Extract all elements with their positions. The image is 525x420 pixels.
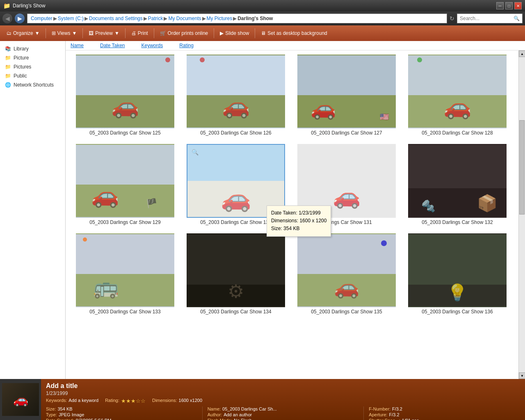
date-created-label: Date Created: <box>46 418 74 420</box>
thumbnail-grid: 🚗 05_2003 Darlings Car Show 125 🚗 05_200… <box>66 50 518 379</box>
tooltip-size-value: 354 KB <box>283 226 299 231</box>
order-prints-button[interactable]: 🛒 Order prints online <box>157 29 212 38</box>
size-field: Size: 354 KB <box>46 406 197 411</box>
list-item[interactable]: 🚗 🏴 05_2003 Darlings Car Show 129 <box>74 144 176 225</box>
desktop-bg-button[interactable]: 🖥 Set as desktop background <box>258 29 330 38</box>
list-item[interactable]: 🚌 05_2003 Darlings Car Show 133 <box>74 233 176 315</box>
thumb-label-127: 05_2003 Darlings Car Show 127 <box>311 130 382 136</box>
col-header-keywords[interactable]: Keywords <box>142 43 163 48</box>
tooltip-dims-value: 1600 x 1200 <box>299 218 326 224</box>
author-label: Author: <box>208 412 222 417</box>
close-button[interactable]: ✕ <box>514 2 522 9</box>
print-icon: 🖨 <box>131 30 136 36</box>
path-segment-patrick: Patrick <box>148 16 163 21</box>
tooltip-size-label: Size: <box>271 226 282 231</box>
sidebar-library-label: Library <box>14 46 29 52</box>
sidebar-item-pictures[interactable]: 📁 Pictures <box>2 62 64 71</box>
maximize-button[interactable]: □ <box>505 2 513 9</box>
sidebar-item-library[interactable]: 📚 Library <box>2 44 64 53</box>
picture-folder-icon: 📁 <box>5 55 11 61</box>
flash-label: Flash Mode: <box>208 418 233 420</box>
views-button[interactable]: ⊞ Views ▼ <box>48 29 80 38</box>
slideshow-button[interactable]: ▶ Slide show <box>217 29 252 38</box>
slideshow-label: Slide show <box>225 30 249 36</box>
search-icon: 🔍 <box>514 16 520 21</box>
desktop-bg-label: Set as desktop background <box>267 30 327 36</box>
info-details: Add a title 1/23/1999 Keywords: Add a ke… <box>41 379 525 420</box>
order-prints-label: Order prints online <box>168 30 208 36</box>
list-item[interactable]: 🚗 05_2003 Darlings Car Show 135 <box>295 233 398 315</box>
sidebar-item-network[interactable]: 🌐 Network Shortcuts <box>2 80 64 89</box>
column-headers: Name Date Taken Keywords Rating <box>66 41 525 50</box>
path-segment-mydocs: My Documents <box>168 16 201 21</box>
address-path[interactable]: Computer ▶ System (C:) ▶ Documents and S… <box>27 14 447 23</box>
scroll-down-button[interactable]: ▼ <box>519 372 525 379</box>
list-item[interactable]: 🚗 🇺🇸 05_2003 Darlings Car Show 127 <box>295 55 398 136</box>
sidebar-item-public[interactable]: 📁 Public <box>2 71 64 80</box>
rating-label: Rating: <box>105 398 119 404</box>
thumb-label-130: 05_2003 Darlings Car Show 130 <box>200 219 271 225</box>
preview-label: Preview <box>95 30 113 36</box>
path-sep-5: ▶ <box>202 16 206 21</box>
list-item[interactable]: 🚗 05_2003 Darlings Car Show 125 <box>74 55 176 136</box>
info-dimensions-field: Dimensions: 1600 x1200 <box>152 398 202 404</box>
col-header-rating[interactable]: Rating <box>179 43 194 48</box>
thumb-label-126: 05_2003 Darlings Car Show 126 <box>200 130 271 136</box>
public-folder-icon: 📁 <box>5 73 11 79</box>
list-item[interactable]: 🚗 05_2003 Darlings Car Show 128 <box>406 55 509 136</box>
info-title[interactable]: Add a title <box>46 382 520 390</box>
col-header-name[interactable]: Name <box>71 43 84 48</box>
scrollbar-thumb-area[interactable] <box>519 57 525 372</box>
print-button[interactable]: 🖨 Print <box>128 29 151 38</box>
rating-stars[interactable]: ★★★☆☆ <box>121 398 146 404</box>
info-rating-field: Rating: ★★★☆☆ <box>105 398 146 404</box>
list-item[interactable]: 📦 🔩 05_2003 Darlings Car Show 132 <box>406 144 509 225</box>
col-header-date[interactable]: Date Taken <box>100 43 125 48</box>
dimensions-value: 1600 x1200 <box>179 398 203 404</box>
title-bar-left: 📁 Darling's Show <box>3 2 46 9</box>
path-segment-computer: Computer <box>31 16 52 21</box>
search-box[interactable]: 🔍 <box>457 14 523 23</box>
path-sep-4: ▶ <box>164 16 167 21</box>
list-item[interactable]: ⚙ 05_2003 Darlings Car Show 134 <box>185 233 287 315</box>
author-value[interactable]: Add an author <box>224 412 252 417</box>
search-input[interactable] <box>460 16 514 21</box>
views-label: Views <box>57 30 71 36</box>
refresh-button[interactable]: ↻ <box>450 15 454 22</box>
slideshow-icon: ▶ <box>220 30 224 36</box>
shutter-field: Shutter Spee...: 1/91 sec. <box>369 418 520 420</box>
main-content: 📚 Library 📁 Picture 📁 Pictures 📁 Public … <box>0 41 525 379</box>
name-value: 05_2003 Darlings Car Sh... <box>222 406 277 411</box>
scrollbar-thumb[interactable] <box>519 120 525 215</box>
order-prints-icon: 🛒 <box>160 30 166 36</box>
sidebar-public-label: Public <box>14 73 27 79</box>
date-created-field: Date Created: 8/7/2005 5:56 PM <box>46 418 197 420</box>
sidebar-pictures-label: Pictures <box>14 64 31 70</box>
separator-5 <box>214 28 214 38</box>
sidebar-item-picture[interactable]: 📁 Picture <box>2 53 64 62</box>
folder-icon-small: 📁 <box>3 2 10 9</box>
back-button[interactable]: ◀ <box>2 14 12 23</box>
scrollbar-track: ▲ ▼ <box>518 50 525 379</box>
sidebar: 📚 Library 📁 Picture 📁 Pictures 📁 Public … <box>0 41 66 379</box>
info-thumbnail: 🚗 <box>0 379 41 420</box>
keywords-value[interactable]: Add a keyword <box>68 398 98 404</box>
library-icon: 📚 <box>5 46 11 52</box>
list-item[interactable]: 🚗 🔍 05_2003 Darlings Car Show 130 Date T… <box>185 144 287 225</box>
preview-button[interactable]: 🖼 Preview ▼ <box>85 29 123 38</box>
tooltip: Date Taken: 1/23/1999 Dimensions: 1600 x… <box>267 205 331 237</box>
minimize-button[interactable]: ─ <box>496 2 504 9</box>
path-sep-1: ▶ <box>53 16 57 21</box>
organize-button[interactable]: 🗂 Organize ▼ <box>3 29 43 38</box>
list-item[interactable]: 💡 05_2003 Darlings Car Show 136 <box>406 233 509 315</box>
aperture-value: F/3.2 <box>389 412 399 417</box>
scroll-up-button[interactable]: ▲ <box>519 50 525 57</box>
info-date: 1/23/1999 <box>46 390 520 396</box>
print-label: Print <box>138 30 148 36</box>
thumb-label-125: 05_2003 Darlings Car Show 125 <box>89 130 160 136</box>
sidebar-picture-label: Picture <box>14 55 29 61</box>
list-item[interactable]: 🚗 05_2003 Darlings Car Show 126 <box>185 55 287 136</box>
type-field: Type: JPEG Image <box>46 412 197 417</box>
forward-button[interactable]: ▶ <box>15 14 25 23</box>
dimensions-label: Dimensions: <box>152 398 177 404</box>
